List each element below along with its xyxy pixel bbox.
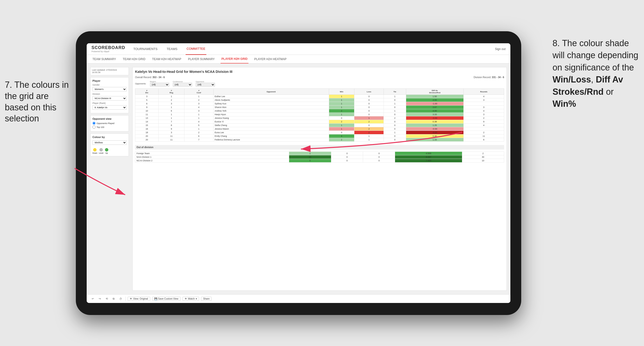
division-record: Division Record: 331 - 34 - 6 xyxy=(474,76,504,79)
out-of-division-header: Out of division xyxy=(135,145,504,150)
undo-btn[interactable]: ↩ xyxy=(90,297,95,301)
watch-icon: 👁 xyxy=(185,297,187,300)
sub-nav-player-h2h-grid[interactable]: PLAYER H2H GRID xyxy=(220,55,248,63)
cell-div: 5 xyxy=(135,98,159,102)
sub-nav-player-h2h-heatmap[interactable]: PLAYER H2H HEATMAP xyxy=(253,55,288,63)
cell-reg: 3 xyxy=(158,131,184,134)
table-row: 14 7 4 Eunice Yi 2 2 0 0.38 9 xyxy=(135,120,504,124)
table-row: 3 1 1 Esther Lee 1 0 1 1.50 4 xyxy=(135,95,504,98)
main-data-table: #Div #Reg #Conf Opponent Win Loss Tie Di… xyxy=(135,88,504,142)
cell-opponent: Federica Domecq Lacroze xyxy=(213,138,329,142)
cell-diff: 3.33 xyxy=(406,113,464,116)
cell-div: 14 xyxy=(135,120,159,124)
grid-title: Katelyn Vo Head-to-Head Grid for Women's… xyxy=(135,70,504,74)
cell-reg: 1 xyxy=(158,116,184,120)
legend: Down Level Up xyxy=(92,148,127,154)
th-tie: Tie xyxy=(384,89,406,95)
nav-tournaments[interactable]: TOURNAMENTS xyxy=(132,43,158,55)
out-of-division-table: Foreign Team 1 0 0 4.500 2 NAIA Division… xyxy=(135,152,504,163)
cell-tie: 1 xyxy=(384,109,406,113)
ood-loss: 0 xyxy=(331,159,363,163)
colour-by-select[interactable]: Win/loss xyxy=(92,140,127,145)
cell-div: 10 xyxy=(135,109,159,113)
ood-win: 15 xyxy=(289,155,331,159)
cell-diff: -5.00 xyxy=(406,131,464,134)
player-rank-select[interactable]: 8. Katelyn Vo xyxy=(92,105,127,110)
redo-btn[interactable]: ↪ xyxy=(97,297,102,301)
legend-level: Level xyxy=(99,148,103,154)
overall-record: Overall Record: 353 - 34 - 6 xyxy=(135,76,165,79)
top-nav: SCOREBOARD Powered by clippd TOURNAMENTS… xyxy=(87,43,510,55)
table-row: 9 1 4 Sharon Mun 1 0 0 3.67 3 xyxy=(135,106,504,109)
cell-win: 1 xyxy=(329,106,354,109)
th-diff: Diff AvStrokes/Rnd xyxy=(406,89,464,95)
gender-select[interactable]: Women's xyxy=(92,87,127,91)
region-select[interactable]: (All) xyxy=(150,83,169,87)
cell-conf: 2 xyxy=(184,98,213,102)
logo-text: SCOREBOARD xyxy=(92,45,125,50)
cell-opponent: Jessica Mason xyxy=(213,127,329,131)
ood-diff: 9.267 xyxy=(395,155,462,159)
view-original-btn[interactable]: 👁 View: Original xyxy=(128,297,150,301)
cell-rounds xyxy=(464,127,504,131)
cell-reg: 3 xyxy=(158,102,184,106)
opponent-select[interactable]: (All) xyxy=(196,83,215,87)
cell-loss: 2 xyxy=(354,127,384,131)
cell-reg: 11 xyxy=(158,134,184,138)
cell-tie: 0 xyxy=(384,113,406,116)
cell-loss: 2 xyxy=(354,120,384,124)
cell-diff: 1.33 xyxy=(406,138,464,142)
cell-win: 0 xyxy=(329,131,354,134)
cell-reg: 6 xyxy=(158,109,184,113)
cell-loss: 0 xyxy=(354,106,384,109)
step-back-btn[interactable]: ⟲ xyxy=(104,297,109,301)
player-section-title: Player xyxy=(92,79,127,82)
sub-nav-team-h2h-grid[interactable]: TEAM H2H GRID xyxy=(122,55,146,63)
ood-table-row: Foreign Team 1 0 0 4.500 2 xyxy=(135,152,504,155)
cell-rounds: 4 xyxy=(464,109,504,113)
table-header-row: #Div #Reg #Conf Opponent Win Loss Tie Di… xyxy=(135,89,504,95)
annotation-right: 8. The colour shade will change dependin… xyxy=(552,37,639,110)
th-div: #Div xyxy=(135,89,159,95)
cell-div: 13 xyxy=(135,116,159,120)
nav-teams[interactable]: TEAMS xyxy=(166,43,178,55)
logo-area: SCOREBOARD Powered by clippd xyxy=(92,45,125,53)
cell-opponent: Sydney Kuo xyxy=(213,102,329,106)
tablet-screen: SCOREBOARD Powered by clippd TOURNAMENTS… xyxy=(87,43,510,303)
nav-items: TOURNAMENTS TEAMS COMMITTEE xyxy=(132,43,495,55)
sub-nav-player-summary[interactable]: PLAYER SUMMARY xyxy=(187,55,216,63)
cell-conf: 1 xyxy=(184,113,213,116)
table-row: 11 1 1 Heejo Hyun 1 0 0 3.33 3 xyxy=(135,113,504,116)
nav-committee[interactable]: COMMITTEE xyxy=(186,43,206,55)
cell-opponent: Eunice Yi xyxy=(213,120,329,124)
cell-win: 2 xyxy=(329,109,354,113)
conference-select[interactable]: (All) xyxy=(173,83,192,87)
nav-sign-out[interactable]: Sign out xyxy=(495,47,506,51)
th-opponent: Opponent xyxy=(213,89,329,95)
save-custom-btn[interactable]: 💾 Save Custom View xyxy=(152,297,180,301)
table-row: 5 2 2 Alexis Sudjianto 1 0 0 4.00 3 xyxy=(135,98,504,102)
sub-nav-team-h2h-heatmap[interactable]: TEAM H2H HEATMAP xyxy=(151,55,182,63)
cell-diff: 0.38 xyxy=(406,120,464,124)
colour-by-title: Colour by xyxy=(92,136,127,139)
cell-opponent: Euna Lee xyxy=(213,131,329,134)
history-btn[interactable]: ⏱ xyxy=(118,297,124,301)
cell-diff: 1.50 xyxy=(406,95,464,98)
sub-nav-team-summary[interactable]: TEAM SUMMARY xyxy=(92,55,117,63)
main-content: Last Updated: 27/03/2024 16:55:38 Player… xyxy=(87,63,510,294)
th-loss: Loss xyxy=(354,89,384,95)
colour-by-section: Colour by Win/loss Down Level xyxy=(90,134,129,156)
share-btn[interactable]: Share xyxy=(201,297,212,301)
copy-btn[interactable]: ⧉ xyxy=(111,297,116,301)
tablet-device: SCOREBOARD Powered by clippd TOURNAMENTS… xyxy=(76,31,521,315)
division-select[interactable]: NCAA Division III xyxy=(92,96,127,101)
grid-subtitle: Overall Record: 353 - 34 - 6 Division Re… xyxy=(135,76,504,79)
cell-opponent: Stella Cheng xyxy=(213,124,329,127)
cell-rounds: 6 xyxy=(464,138,504,142)
cell-rounds xyxy=(464,102,504,106)
toolbar-divider xyxy=(126,297,126,301)
radio-opponents-played[interactable]: Opponents Played xyxy=(92,122,127,125)
watch-btn[interactable]: 👁 Watch ▾ xyxy=(182,297,199,301)
ood-label: Foreign Team xyxy=(135,152,289,155)
radio-top100[interactable]: Top 100 xyxy=(92,126,127,129)
